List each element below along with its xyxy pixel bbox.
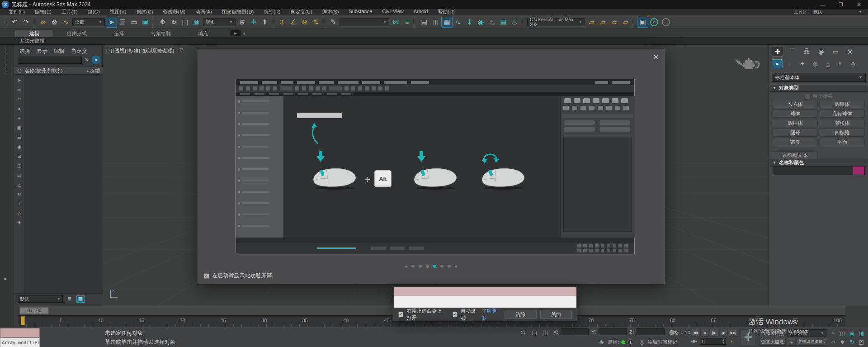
learn-more-link[interactable]: 了解更多: [482, 308, 500, 321]
shapes-category[interactable]: ◌: [784, 59, 795, 68]
menu-item-7[interactable]: 动画(A): [190, 9, 217, 15]
key-filters-button[interactable]: 关键点过滤器..: [797, 338, 826, 346]
window-crossing-icon[interactable]: ▣: [140, 17, 151, 28]
autoscroll-checkbox[interactable]: ✓: [453, 312, 458, 317]
material-editor-icon[interactable]: ◉: [475, 17, 486, 28]
zoom-icon[interactable]: ⌖: [829, 329, 837, 337]
absolute-mode-icon[interactable]: ◫: [542, 329, 548, 336]
ribbon-panel-label[interactable]: 多边形建模: [20, 38, 45, 44]
name-color-rollout[interactable]: ▼ 名称和颜色: [770, 159, 868, 166]
snap-3d-icon[interactable]: 3: [276, 17, 288, 28]
explorer-filter-icon-12[interactable]: ≋: [15, 190, 23, 198]
use-pivot-center-icon[interactable]: ⊕: [236, 17, 248, 28]
ribbon-toggle-icon[interactable]: ▦: [441, 17, 453, 28]
menu-item-15[interactable]: 帮助(H): [433, 9, 460, 15]
primitive-button-平面[interactable]: 平面: [820, 138, 865, 146]
explorer-tab-0[interactable]: 选择: [19, 48, 30, 55]
explorer-tab-3[interactable]: 自定义: [71, 48, 87, 55]
close-button[interactable]: ✕: [850, 0, 868, 9]
carousel-dot-2[interactable]: [426, 265, 429, 268]
folder-options-icon[interactable]: ▱: [620, 17, 631, 28]
render-icon[interactable]: ♨: [509, 17, 520, 28]
mirror-icon[interactable]: ⋈: [390, 17, 401, 28]
undo-icon[interactable]: ↶: [9, 17, 20, 28]
select-scale-icon[interactable]: ◱: [179, 17, 191, 28]
auto-key-button[interactable]: 自动关键点: [760, 329, 786, 337]
current-frame-field[interactable]: 0 ▲▼: [700, 338, 726, 345]
explorer-filter-icon-6[interactable]: ☰: [15, 133, 23, 141]
playback-button-4[interactable]: ▶▶|: [729, 329, 737, 337]
add-time-tag-label[interactable]: 添加时间标记: [647, 339, 677, 346]
explorer-filter-icon-2[interactable]: ◠: [15, 95, 23, 103]
close-listener-button[interactable]: 关闭: [540, 310, 572, 319]
project-folder-icon[interactable]: ▱: [586, 17, 597, 28]
hierarchy-tab[interactable]: 品: [801, 47, 812, 57]
minimize-button[interactable]: —: [814, 0, 832, 9]
menu-item-4[interactable]: 视图(V): [105, 9, 132, 15]
scene-explorer-toggle-icon[interactable]: ◫: [430, 17, 441, 28]
explorer-filter-icon-10[interactable]: ▤: [15, 171, 23, 179]
carousel-dot-1[interactable]: [419, 265, 422, 268]
pan-icon[interactable]: ✥: [838, 338, 847, 346]
menu-item-13[interactable]: Civil View: [377, 9, 408, 15]
viewport-funnel-icon[interactable]: ▽: [179, 48, 183, 52]
object-type-rollout[interactable]: ▼ 对象类型: [770, 84, 868, 92]
object-name-field[interactable]: [773, 166, 865, 175]
zoom-all-icon[interactable]: ◫: [838, 329, 847, 337]
carousel-prev-icon[interactable]: ◂: [405, 264, 407, 269]
explorer-filter-icon-4[interactable]: ✦: [15, 114, 23, 122]
menu-item-5[interactable]: 创建(C): [131, 9, 158, 15]
rendered-frame-icon[interactable]: ▦: [498, 17, 509, 28]
notifications-icon[interactable]: [662, 18, 670, 26]
keyboard-override-icon[interactable]: ⬆: [259, 17, 270, 28]
explorer-tab-2[interactable]: 编辑: [54, 48, 65, 55]
explorer-filter-icon-5[interactable]: ▣: [15, 124, 23, 132]
shield-icon[interactable]: ◈: [599, 338, 604, 345]
space-warps-category[interactable]: ≋: [835, 59, 846, 68]
reference-coordinate-dropdown[interactable]: 视图▼: [203, 18, 236, 26]
selection-lock-icon[interactable]: ▢: [532, 329, 537, 336]
carousel-dot-0[interactable]: [411, 265, 415, 268]
set-key-big-button[interactable]: ✛: [741, 329, 756, 345]
curve-editor-icon[interactable]: ∿: [453, 17, 464, 28]
save-folder-icon[interactable]: ▱: [609, 17, 620, 28]
menu-item-2[interactable]: 工具(T): [57, 9, 83, 15]
primitive-category-dropdown[interactable]: 标准基本体 ▼: [772, 73, 866, 82]
field-of-view-icon[interactable]: ▱: [829, 338, 837, 346]
carousel-dot-3[interactable]: [433, 265, 436, 268]
maxscript-mini-listener[interactable]: Array modifier |: [0, 337, 40, 347]
menu-item-0[interactable]: 文件(F): [4, 9, 30, 15]
menu-item-9[interactable]: 渲染(R): [259, 9, 285, 15]
primitive-button-圆锥体[interactable]: 圆锥体: [820, 100, 865, 108]
z-coordinate-field[interactable]: [637, 328, 665, 335]
dock-handle[interactable]: [5, 47, 7, 74]
select-object-icon[interactable]: ➤: [106, 17, 117, 28]
primitive-button-管状体[interactable]: 管状体: [820, 119, 865, 127]
align-icon[interactable]: ≡: [401, 17, 413, 28]
open-on-blocked-checkbox[interactable]: ✓: [398, 312, 403, 317]
selected-object-dropdown[interactable]: 选定对象 ▼: [787, 329, 826, 337]
clear-search-icon[interactable]: ✕: [85, 57, 89, 63]
dialog-close-icon[interactable]: ✕: [653, 53, 659, 61]
playback-button-3[interactable]: |▶: [719, 329, 728, 337]
carousel-dot-4[interactable]: [440, 265, 443, 268]
notification-badge[interactable]: 1: [627, 339, 633, 345]
helpers-category[interactable]: △: [822, 59, 833, 68]
menu-item-8[interactable]: 图形编辑器(D): [217, 9, 259, 15]
systems-category[interactable]: ⚙: [848, 59, 859, 68]
explorer-filter-icon-14[interactable]: ◇: [15, 209, 23, 217]
open-folder-icon[interactable]: ▱: [597, 17, 609, 28]
named-selection-dropdown[interactable]: ▼: [340, 18, 389, 26]
explorer-grid-mode-icon[interactable]: ▦: [76, 295, 85, 303]
select-and-link-icon[interactable]: ∞: [38, 17, 49, 28]
explorer-filter-icon-0[interactable]: ➤: [15, 76, 23, 84]
menu-item-1[interactable]: 编辑(E): [30, 9, 57, 15]
listener-script-pane[interactable]: [394, 296, 576, 308]
viewcube-teapot-icon[interactable]: [735, 55, 760, 70]
layer-manager-icon[interactable]: ▤: [419, 17, 430, 28]
video-help-icon[interactable]: ▶: [230, 30, 241, 36]
isolate-selection-icon[interactable]: ▣: [637, 17, 648, 28]
explorer-list-mode-icon[interactable]: ≣: [66, 295, 74, 303]
geometry-category[interactable]: ●: [772, 59, 783, 68]
expand-arrow-icon[interactable]: ▶: [4, 276, 7, 281]
